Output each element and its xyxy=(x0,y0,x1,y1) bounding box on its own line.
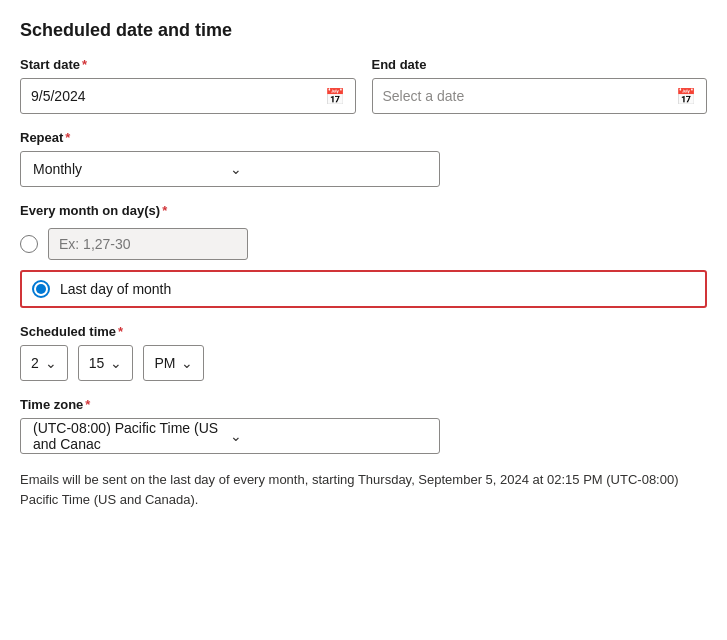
radio-group: Last day of month xyxy=(20,228,707,308)
footer-note: Emails will be sent on the last day of e… xyxy=(20,470,707,509)
last-day-radio-inner xyxy=(36,284,46,294)
end-date-input-wrapper[interactable]: 📅 xyxy=(372,78,708,114)
every-month-label: Every month on day(s) * xyxy=(20,203,707,218)
repeat-label: Repeat * xyxy=(20,130,707,145)
start-date-label: Start date * xyxy=(20,57,356,72)
timezone-chevron-icon: ⌄ xyxy=(230,428,427,444)
hour-chevron-icon: ⌄ xyxy=(45,355,57,371)
every-month-field: Every month on day(s) * Last day of mont… xyxy=(20,203,707,308)
timezone-field: Time zone * (UTC-08:00) Pacific Time (US… xyxy=(20,397,707,454)
repeat-chevron-icon: ⌄ xyxy=(230,161,427,177)
time-row: 2 ⌄ 15 ⌄ PM ⌄ xyxy=(20,345,707,381)
scheduled-time-label: Scheduled time * xyxy=(20,324,707,339)
minute-chevron-icon: ⌄ xyxy=(110,355,122,371)
end-date-input[interactable] xyxy=(383,88,677,104)
start-date-input[interactable] xyxy=(31,88,325,104)
timezone-label: Time zone * xyxy=(20,397,707,412)
repeat-dropdown[interactable]: Monthly ⌄ xyxy=(20,151,440,187)
end-date-label: End date xyxy=(372,57,708,72)
specific-days-option xyxy=(20,228,707,260)
start-date-input-wrapper[interactable]: 📅 xyxy=(20,78,356,114)
ampm-dropdown[interactable]: PM ⌄ xyxy=(143,345,204,381)
start-date-calendar-icon[interactable]: 📅 xyxy=(325,87,345,106)
end-date-calendar-icon[interactable]: 📅 xyxy=(676,87,696,106)
start-date-field: Start date * 📅 xyxy=(20,57,356,114)
repeat-field: Repeat * Monthly ⌄ xyxy=(20,130,707,187)
last-day-option[interactable]: Last day of month xyxy=(20,270,707,308)
scheduled-time-field: Scheduled time * 2 ⌄ 15 ⌄ PM ⌄ xyxy=(20,324,707,381)
last-day-radio-circle xyxy=(32,280,50,298)
hour-dropdown[interactable]: 2 ⌄ xyxy=(20,345,68,381)
specific-days-input[interactable] xyxy=(48,228,248,260)
last-day-label: Last day of month xyxy=(60,281,171,297)
ampm-chevron-icon: ⌄ xyxy=(181,355,193,371)
timezone-dropdown[interactable]: (UTC-08:00) Pacific Time (US and Canac ⌄ xyxy=(20,418,440,454)
minute-dropdown[interactable]: 15 ⌄ xyxy=(78,345,134,381)
specific-days-radio[interactable] xyxy=(20,235,38,253)
page-title: Scheduled date and time xyxy=(20,20,707,41)
end-date-field: End date 📅 xyxy=(372,57,708,114)
